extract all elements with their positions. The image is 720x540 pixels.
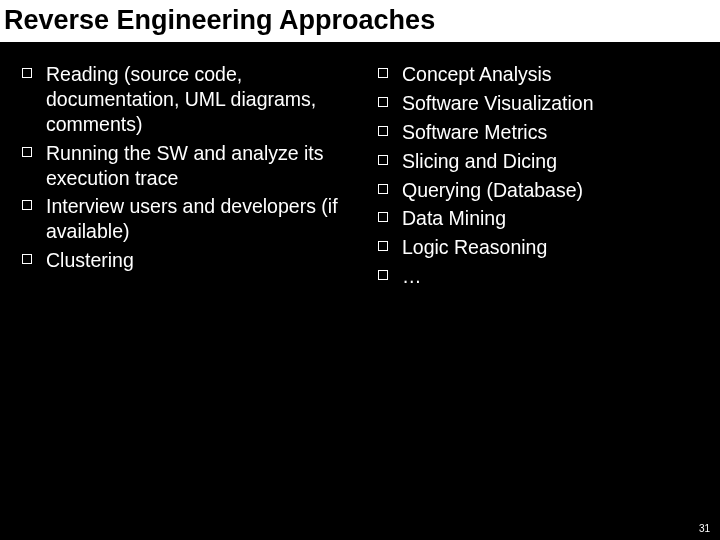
bullet-text: Clustering	[46, 248, 134, 273]
bullet-text: Running the SW and analyze its execution…	[46, 141, 348, 191]
list-item: Software Metrics	[372, 120, 704, 145]
bullet-text: Slicing and Dicing	[402, 149, 557, 174]
slide: Reverse Engineering Approaches Reading (…	[0, 0, 720, 540]
bullet-text: Concept Analysis	[402, 62, 552, 87]
bullet-text: Software Metrics	[402, 120, 547, 145]
square-bullet-icon	[378, 126, 388, 136]
list-item: Querying (Database)	[372, 178, 704, 203]
bullet-text: Data Mining	[402, 206, 506, 231]
bullet-text: Software Visualization	[402, 91, 594, 116]
square-bullet-icon	[378, 184, 388, 194]
list-item: Slicing and Dicing	[372, 149, 704, 174]
list-item: Software Visualization	[372, 91, 704, 116]
bullet-text: Querying (Database)	[402, 178, 583, 203]
list-item: Concept Analysis	[372, 62, 704, 87]
square-bullet-icon	[22, 200, 32, 210]
bullet-text: Interview users and developers (if avail…	[46, 194, 348, 244]
bullet-text: …	[402, 264, 422, 289]
bullet-text: Reading (source code, documentation, UML…	[46, 62, 348, 137]
list-item: Interview users and developers (if avail…	[16, 194, 348, 244]
square-bullet-icon	[378, 270, 388, 280]
list-item: Reading (source code, documentation, UML…	[16, 62, 348, 137]
square-bullet-icon	[378, 97, 388, 107]
list-item: Logic Reasoning	[372, 235, 704, 260]
square-bullet-icon	[378, 212, 388, 222]
square-bullet-icon	[22, 68, 32, 78]
bullet-text: Logic Reasoning	[402, 235, 547, 260]
list-item: Clustering	[16, 248, 348, 273]
left-column: Reading (source code, documentation, UML…	[16, 62, 348, 294]
right-column: Concept Analysis Software Visualization …	[372, 62, 704, 294]
square-bullet-icon	[22, 254, 32, 264]
page-number: 31	[699, 523, 710, 534]
list-item: Data Mining	[372, 206, 704, 231]
square-bullet-icon	[378, 68, 388, 78]
list-item: Running the SW and analyze its execution…	[16, 141, 348, 191]
square-bullet-icon	[378, 155, 388, 165]
square-bullet-icon	[378, 241, 388, 251]
slide-title: Reverse Engineering Approaches	[0, 0, 720, 42]
list-item: …	[372, 264, 704, 289]
content-area: Reading (source code, documentation, UML…	[0, 42, 720, 294]
square-bullet-icon	[22, 147, 32, 157]
